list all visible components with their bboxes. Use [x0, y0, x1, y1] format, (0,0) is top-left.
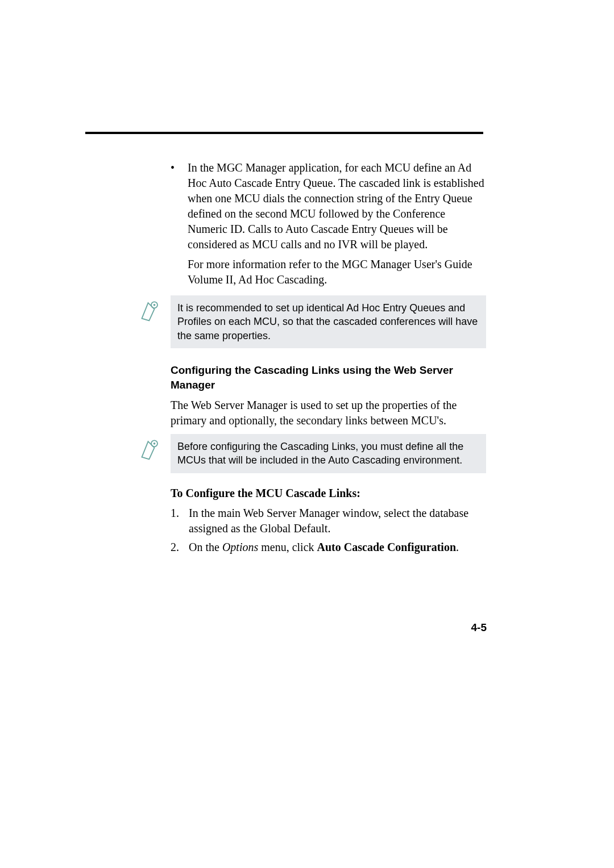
- step2-bold: Auto Cascade Configuration: [317, 541, 456, 553]
- bullet-item: • In the MGC Manager application, for ea…: [171, 160, 486, 287]
- procedure-block: To Configure the MCU Cascade Links: 1. I…: [0, 473, 614, 558]
- step-number: 1.: [171, 506, 189, 536]
- note-gutter: [0, 295, 171, 348]
- bullet-block: • In the MGC Manager application, for ea…: [0, 160, 614, 287]
- svg-point-3: [154, 443, 156, 445]
- note-gutter: [0, 434, 171, 473]
- step-text: On the Options menu, click Auto Cascade …: [189, 540, 486, 555]
- svg-point-1: [154, 304, 156, 306]
- note-body-col: It is recommended to set up identical Ad…: [171, 295, 486, 348]
- procedure-heading: To Configure the MCU Cascade Links:: [171, 486, 486, 501]
- body-column: • In the MGC Manager application, for ea…: [171, 160, 486, 287]
- note-block-2: Before configuring the Cascading Links, …: [0, 434, 614, 473]
- note-icon: [139, 436, 164, 461]
- note-block-1: It is recommended to set up identical Ad…: [0, 295, 614, 348]
- document-page: • In the MGC Manager application, for ea…: [0, 0, 614, 868]
- step-row-1: 1. In the main Web Server Manager window…: [171, 506, 486, 536]
- step2-italic: Options: [222, 541, 258, 553]
- bullet-text: In the MGC Manager application, for each…: [188, 160, 486, 287]
- step-number: 2.: [171, 540, 189, 555]
- note-icon: [139, 298, 164, 323]
- note-box-2: Before configuring the Cascading Links, …: [171, 434, 486, 473]
- section-block: Configuring the Cascading Links using th…: [0, 348, 614, 434]
- section-heading: Configuring the Cascading Links using th…: [171, 363, 486, 392]
- step-text: In the main Web Server Manager window, s…: [189, 506, 486, 536]
- bullet-subtext: For more information refer to the MGC Ma…: [188, 257, 486, 287]
- note-box-1: It is recommended to set up identical Ad…: [171, 295, 486, 348]
- note-text-2: Before configuring the Cascading Links, …: [177, 441, 463, 466]
- bullet-body: In the MGC Manager application, for each…: [188, 161, 484, 251]
- step-row-2: 2. On the Options menu, click Auto Casca…: [171, 540, 486, 555]
- step2-suffix: .: [456, 541, 459, 553]
- step2-mid: menu, click: [258, 541, 317, 553]
- page-content: • In the MGC Manager application, for ea…: [0, 160, 614, 558]
- header-rule: [85, 132, 483, 134]
- gutter: [0, 473, 171, 558]
- gutter: [0, 160, 171, 287]
- step2-prefix: On the: [189, 541, 222, 553]
- page-number: 4-5: [471, 621, 487, 634]
- body-column: Configuring the Cascading Links using th…: [171, 348, 486, 434]
- section-paragraph: The Web Server Manager is used to set up…: [171, 398, 486, 428]
- bullet-mark: •: [171, 160, 188, 287]
- gutter: [0, 348, 171, 434]
- note-body-col: Before configuring the Cascading Links, …: [171, 434, 486, 473]
- note-text-1: It is recommended to set up identical Ad…: [177, 302, 478, 341]
- body-column: To Configure the MCU Cascade Links: 1. I…: [171, 473, 486, 558]
